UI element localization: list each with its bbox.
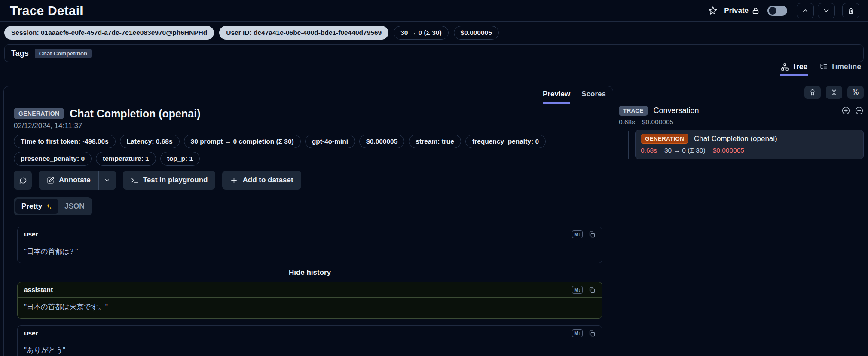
message-block-user-1: user M↓ "日本の首都は? " — [17, 227, 602, 263]
add-to-dataset-button[interactable]: Add to dataset — [222, 171, 301, 190]
tab-tree[interactable]: Tree — [780, 62, 808, 76]
previous-trace-button[interactable] — [797, 3, 814, 18]
panel-tabs: Preview Scores — [543, 90, 606, 104]
trace-meta-row: Session: 01aaacf6-e0fe-457d-a7de-7c1ee08… — [4, 26, 864, 40]
generation-metrics: 0.68s 30 → 0 (Σ 30) $0.000005 — [641, 147, 858, 154]
message-tools: M↓ — [572, 286, 596, 294]
message-tools: M↓ — [572, 230, 596, 238]
privacy-label: Private — [724, 6, 749, 15]
message-tools: M↓ — [572, 329, 596, 337]
markdown-toggle-icon[interactable]: M↓ — [572, 286, 583, 294]
add-to-dataset-label: Add to dataset — [242, 176, 293, 184]
playground-label: Test in playground — [143, 176, 208, 184]
collapse-all-button[interactable] — [826, 86, 842, 99]
copy-icon[interactable] — [588, 286, 596, 294]
messages-list: user M↓ "日本の首都は? " Hide history assistan… — [17, 227, 602, 356]
comment-button[interactable] — [14, 171, 32, 190]
observation-panel: Preview Scores GENERATION Chat Completio… — [3, 86, 613, 356]
page-title: Trace Detail — [10, 3, 83, 18]
terminal-icon — [131, 176, 139, 184]
message-content: "ありがとう" — [18, 341, 602, 356]
tree-icon — [781, 63, 789, 71]
minus-circle-icon[interactable] — [855, 106, 864, 115]
tab-timeline[interactable]: Timeline — [819, 62, 862, 76]
panel-body: GENERATION Chat Completion (openai) 02/1… — [4, 86, 613, 356]
nav-button-group — [797, 3, 835, 18]
trace-tree-sidebar: % TRACE Conversation 0.68s $0.000005 GEN… — [619, 86, 864, 159]
observation-title: Chat Completion (openai) — [70, 107, 200, 120]
chevrons-down-up-icon — [830, 89, 838, 96]
message-header: user M↓ — [18, 326, 602, 341]
header-actions: Private — [708, 3, 859, 18]
trace-metrics: 0.68s $0.000005 — [619, 118, 864, 126]
message-content: "日本の首都は東京です。" — [18, 298, 602, 318]
tab-tree-label: Tree — [792, 62, 807, 71]
trace-cost-badge: $0.000005 — [454, 26, 499, 40]
award-icon — [809, 89, 816, 96]
privacy-control: Private — [724, 6, 760, 15]
star-icon[interactable] — [708, 6, 718, 16]
lock-icon — [752, 7, 760, 15]
format-json[interactable]: JSON — [58, 199, 90, 214]
plus-icon — [230, 176, 238, 184]
message-header: user M↓ — [18, 227, 602, 242]
actions-row: Annotate Test in playground Add to datas… — [14, 171, 602, 190]
generation-tree-item[interactable]: GENERATION Chat Completion (openai) 0.68… — [635, 130, 864, 159]
tag-chip[interactable]: Chat Competition — [35, 49, 92, 58]
delete-trace-button[interactable] — [842, 3, 859, 18]
tree-children: GENERATION Chat Completion (openai) 0.68… — [619, 130, 864, 159]
plus-circle-icon[interactable] — [841, 106, 850, 115]
generation-type-badge: GENERATION — [641, 134, 688, 144]
trace-row-actions — [841, 106, 864, 115]
timeline-icon — [819, 63, 828, 71]
session-badge[interactable]: Session: 01aaacf6-e0fe-457d-a7de-7c1ee08… — [4, 26, 214, 40]
observation-badges: Time to first token: -498.00s Latency: 0… — [14, 135, 602, 166]
chevron-down-icon — [822, 7, 830, 15]
user-id-badge[interactable]: User ID: dc47a41e-06bc-400d-bde1-f0e440d… — [219, 26, 388, 40]
stream-badge: stream: true — [409, 135, 461, 148]
presence-penalty-badge: presence_penalty: 0 — [14, 152, 92, 166]
generation-latency: 0.68s — [641, 147, 657, 154]
cost-badge: $0.000005 — [359, 135, 404, 148]
tree-connector-line — [628, 131, 629, 159]
trash-icon — [847, 7, 855, 15]
generation-type-badge: GENERATION — [14, 108, 64, 119]
temperature-badge: temperature: 1 — [96, 152, 156, 166]
copy-icon[interactable] — [588, 231, 596, 238]
comment-icon — [19, 176, 27, 184]
observation-header: GENERATION Chat Completion (openai) — [14, 107, 602, 120]
annotate-label: Annotate — [59, 176, 91, 184]
percent-icon: % — [853, 89, 859, 96]
message-role: assistant — [24, 286, 53, 294]
markdown-toggle-icon[interactable]: M↓ — [572, 329, 583, 337]
scores-toggle-button[interactable] — [804, 86, 821, 99]
next-trace-button[interactable] — [818, 3, 835, 18]
trace-latency: 0.68s — [619, 118, 635, 126]
tags-label: Tags — [11, 49, 29, 58]
privacy-toggle[interactable] — [767, 6, 787, 16]
format-pretty[interactable]: Pretty — [15, 199, 58, 214]
annotate-dropdown-button[interactable] — [99, 171, 116, 190]
model-badge[interactable]: gpt-4o-mini — [305, 135, 355, 148]
annotate-button[interactable]: Annotate — [39, 171, 98, 190]
tab-scores[interactable]: Scores — [581, 90, 606, 104]
pretty-label: Pretty — [21, 202, 42, 211]
message-block-user-2: user M↓ "ありがとう" — [17, 325, 602, 356]
test-in-playground-button[interactable]: Test in playground — [123, 171, 216, 190]
metrics-toggle-button[interactable]: % — [847, 86, 864, 99]
header-divider — [0, 21, 868, 22]
hide-history-button[interactable]: Hide history — [17, 268, 602, 277]
generation-cost: $0.000005 — [713, 147, 744, 154]
message-header: assistant M↓ — [18, 282, 602, 298]
annotate-split-button: Annotate — [39, 171, 116, 190]
markdown-toggle-icon[interactable]: M↓ — [572, 230, 583, 238]
message-role: user — [24, 329, 38, 337]
copy-icon[interactable] — [588, 330, 596, 337]
message-content: "日本の首都は? " — [18, 242, 602, 263]
tab-preview[interactable]: Preview — [543, 90, 570, 104]
message-role: user — [24, 230, 38, 238]
chevron-down-icon — [104, 177, 110, 184]
tab-timeline-label: Timeline — [831, 62, 861, 71]
trace-root-row[interactable]: TRACE Conversation — [619, 106, 864, 116]
trace-type-badge: TRACE — [619, 106, 648, 116]
